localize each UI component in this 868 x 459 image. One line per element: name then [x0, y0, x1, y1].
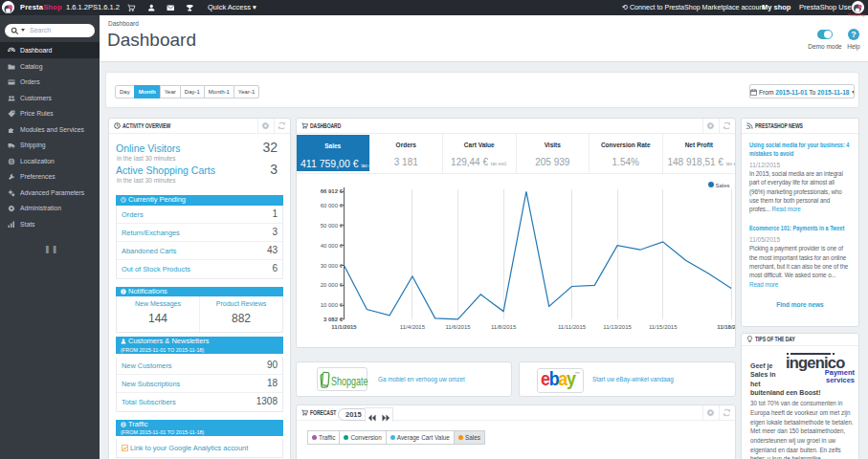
- svg-text:50 000 €: 50 000 €: [321, 223, 344, 229]
- svg-text:10 000 €: 10 000 €: [321, 302, 344, 308]
- svg-text:11/8/2015: 11/8/2015: [491, 324, 517, 330]
- svg-text:40 000 €: 40 000 €: [321, 243, 344, 249]
- svg-text:66 912 €: 66 912 €: [321, 188, 344, 194]
- svg-text:Shopgate: Shopgate: [331, 374, 367, 387]
- svg-text:11/15/2015: 11/15/2015: [649, 324, 678, 330]
- svg-text:11/11/2015: 11/11/2015: [558, 324, 587, 330]
- svg-text:11/13/2015: 11/13/2015: [603, 324, 632, 330]
- svg-text:20 000 €: 20 000 €: [321, 282, 344, 288]
- svg-text:30 000 €: 30 000 €: [321, 263, 344, 269]
- svg-text:11/18/2015: 11/18/2015: [717, 324, 735, 330]
- svg-text:11/1/2015: 11/1/2015: [331, 324, 357, 330]
- svg-text:Sales: Sales: [716, 183, 730, 188]
- svg-text:11/4/2015: 11/4/2015: [400, 324, 426, 330]
- svg-text:3 082 €: 3 082 €: [323, 317, 344, 322]
- svg-text:11/6/2015: 11/6/2015: [445, 324, 471, 330]
- svg-text:60 000 €: 60 000 €: [321, 203, 344, 208]
